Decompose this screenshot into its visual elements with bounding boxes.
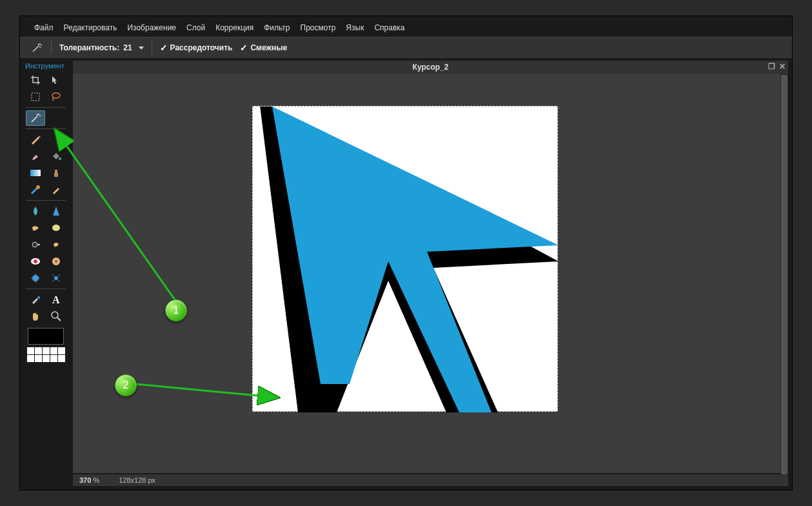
toolbar-divider [51,41,52,54]
wand-tool[interactable] [26,110,45,126]
menu-bar: Файл Редактировать Изображение Слой Корр… [20,16,792,37]
foreground-color-swatch[interactable] [28,328,64,345]
red-eye-tool[interactable] [26,254,45,269]
checkmark-icon: ✓ [240,43,248,53]
checkmark-icon: ✓ [160,43,168,53]
svg-rect-3 [30,170,41,176]
checkbox-label: Рассредоточить [170,43,233,52]
spot-heal-tool[interactable] [46,254,66,269]
gradient-tool[interactable] [26,165,45,181]
pencil-tool[interactable] [26,132,45,147]
close-icon[interactable]: ✕ [779,62,786,71]
svg-rect-4 [54,173,58,177]
sponge-tool[interactable] [46,220,66,236]
bloat-tool[interactable] [26,270,45,286]
zoom-unit: % [93,476,99,484]
menu-edit[interactable]: Редактировать [60,21,121,34]
zoom-value: 370 [79,476,91,484]
svg-point-12 [32,275,39,281]
color-replace-tool[interactable] [26,182,45,197]
menu-filter[interactable]: Фильтр [260,21,293,34]
vertical-scrollbar[interactable] [780,74,788,473]
svg-point-7 [52,225,60,231]
menu-file[interactable]: Файл [30,21,57,34]
zoom-tool[interactable] [46,309,66,324]
chevron-down-icon[interactable] [139,46,144,50]
clone-stamp-tool[interactable] [46,165,66,181]
bucket-tool[interactable] [46,148,66,164]
svg-point-13 [54,276,58,280]
annotation-bubble-1: 1 [165,299,187,321]
drawing-tool[interactable] [46,182,66,197]
svg-point-1 [52,93,60,98]
app-window: Файл Редактировать Изображение Слой Корр… [19,15,793,491]
annotation-bubble-2: 2 [115,374,137,396]
menu-help[interactable]: Справка [370,21,408,34]
blur-tool[interactable] [26,203,45,219]
canvas-dimensions: 128x128 px [119,476,155,484]
crop-tool[interactable] [26,72,45,88]
canvas-viewport[interactable] [73,74,780,473]
menu-layer[interactable]: Слой [183,21,209,34]
checkbox-label: Смежные [250,43,287,52]
toolbar-divider [152,41,152,54]
svg-text:A: A [52,294,60,305]
lasso-tool[interactable] [46,89,66,105]
pinch-tool[interactable] [46,270,66,286]
smudge-tool[interactable] [26,220,45,236]
wand-icon [30,41,43,54]
dodge-tool[interactable] [26,237,45,252]
tools-panel-title: Инструмент [24,61,68,72]
hand-tool[interactable] [26,309,45,324]
tolerance-label: Толерантность: [59,43,119,52]
options-toolbar: Толерантность: 21 ✓ Рассредоточить ✓ Сме… [20,37,792,59]
type-tool[interactable]: A [46,292,66,307]
svg-point-16 [52,312,58,318]
menu-language[interactable]: Язык [342,21,368,34]
checkbox-anti-alias[interactable]: ✓ Рассредоточить [160,43,233,53]
svg-point-14 [37,296,40,299]
burn-tool[interactable] [46,237,66,252]
marquee-tool[interactable] [26,89,45,105]
document-title: Курсор_2 [413,63,449,72]
svg-point-2 [59,157,61,160]
tolerance-value: 21 [123,43,132,52]
svg-point-8 [32,242,37,247]
document-window: Курсор_2 ❐ ✕ 370 % [73,61,788,486]
checkbox-contiguous[interactable]: ✓ Смежные [240,43,287,53]
move-tool[interactable] [46,72,66,88]
menu-image[interactable]: Изображение [123,21,180,34]
brush-tool[interactable] [26,148,45,164]
sharpen-tool[interactable] [46,203,66,219]
workspace: Инструмент [20,58,792,490]
svg-point-10 [34,259,37,263]
status-bar: 370 % 128x128 px [73,474,788,486]
menu-adjustment[interactable]: Коррекция [212,21,257,34]
svg-point-6 [36,185,40,189]
tolerance-control[interactable]: Толерантность: 21 [59,43,144,52]
svg-rect-5 [55,170,57,173]
svg-rect-0 [32,93,39,101]
eyedropper-tool[interactable] [26,292,45,307]
canvas[interactable] [252,106,558,412]
color-palette[interactable] [24,347,68,362]
document-titlebar[interactable]: Курсор_2 ❐ ✕ [73,61,788,74]
menu-view[interactable]: Просмотр [297,21,340,34]
tools-panel: Инструмент [20,58,72,490]
maximize-icon[interactable]: ❐ [768,62,775,71]
